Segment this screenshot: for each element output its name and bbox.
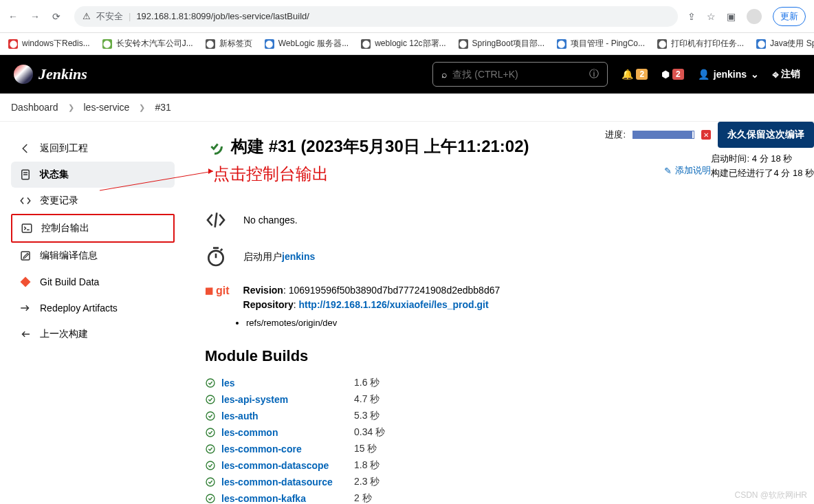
bookmark-label: 新标签页 (219, 38, 252, 50)
main-content: 构建 #31 (2023年5月30日 上午11:21:02) 点击控制台输出 进… (186, 122, 814, 504)
module-row: les-common-datasource2.3 秒 (205, 474, 795, 490)
svg-point-16 (206, 494, 214, 503)
breadcrumb: Dashboard ❯ les-service ❯ #31 (0, 94, 814, 122)
reload-icon[interactable]: ⟳ (52, 11, 65, 22)
logout-button[interactable]: ⎆ 注销 (773, 68, 800, 80)
module-duration: 5.3 秒 (354, 410, 380, 422)
module-duration: 2.3 秒 (354, 476, 380, 488)
module-link[interactable]: les-api-system (221, 394, 349, 405)
bell-icon[interactable]: 🔔 (622, 69, 633, 80)
bookmark-label: 项目管理 - PingCo... (571, 38, 645, 50)
url-bar[interactable]: ⚠ 不安全 | 192.168.1.81:8099/job/les-servic… (74, 6, 678, 27)
doc-icon (19, 168, 32, 181)
bookmark-item[interactable]: ⬤SpringBoot项目部... (459, 38, 544, 50)
svg-marker-7 (208, 168, 213, 174)
bookmark-item[interactable]: ⬤Java使用 Springbo... (756, 38, 814, 50)
back-icon[interactable]: ← (8, 11, 21, 22)
module-link[interactable]: les-common-kafka (221, 493, 349, 504)
bookmark-label: SpringBoot项目部... (472, 38, 544, 50)
sidebar-item-label: 编辑编译信息 (40, 250, 98, 262)
shield-icon[interactable]: ⬢ (661, 69, 670, 80)
crumb-job[interactable]: les-service (84, 102, 130, 113)
module-duration: 2 秒 (354, 492, 372, 504)
no-changes-text: No changes. (243, 215, 298, 226)
update-button[interactable]: 更新 (773, 7, 806, 26)
chevron-right-icon: ❯ (139, 103, 145, 112)
svg-point-11 (206, 412, 214, 420)
crumb-dashboard[interactable]: Dashboard (11, 102, 58, 113)
sidebar-item-arrow-left[interactable]: 返回到工程 (11, 135, 175, 162)
search-input[interactable] (452, 69, 584, 80)
module-link[interactable]: les-common-core (221, 443, 349, 454)
sidebar-item-label: 返回到工程 (40, 142, 88, 155)
module-duration: 1.6 秒 (354, 377, 380, 389)
sidebar-item-arrow-left2[interactable]: 上一次构建 (11, 321, 175, 347)
cancel-build-icon[interactable]: ✕ (701, 130, 711, 140)
sidebar-item-edit[interactable]: 编辑编译信息 (11, 243, 175, 269)
success-icon (205, 476, 216, 487)
module-link[interactable]: les-common (221, 427, 349, 438)
module-link[interactable]: les-common-datasource (221, 476, 349, 487)
share-icon[interactable]: ⇪ (688, 11, 696, 22)
bookmark-label: weblogic 12c部署... (375, 38, 446, 50)
browser-chrome: ← → ⟳ ⚠ 不安全 | 192.168.1.81:8099/job/les-… (0, 0, 814, 33)
profile-icon[interactable] (747, 9, 762, 24)
running-label: 构建已经进行了4 分 18 秒 (711, 166, 814, 181)
module-duration: 15 秒 (354, 443, 377, 455)
insecure-icon: ⚠ (82, 11, 91, 21)
svg-point-9 (206, 379, 214, 387)
module-row: les-api-system4.7 秒 (205, 391, 795, 408)
edit-icon: ✎ (664, 166, 672, 176)
bookmark-item[interactable]: ⬤windows下Redis... (8, 38, 90, 50)
forward-icon[interactable]: → (30, 11, 43, 22)
git-ref: refs/remotes/origin/dev (246, 318, 795, 328)
arrow-left-icon (19, 142, 32, 155)
module-link[interactable]: les (221, 377, 349, 388)
bookmark-label: 打印机有打印任务... (671, 38, 744, 50)
module-builds-list: les1.6 秒les-api-system4.7 秒les-auth5.3 秒… (205, 375, 795, 504)
code-icon (205, 209, 227, 231)
bookmark-label: Java使用 Springbo... (770, 38, 814, 50)
svg-point-13 (206, 445, 214, 453)
git-icon (19, 276, 32, 288)
crumb-build[interactable]: #31 (155, 102, 170, 113)
started-by-user-link[interactable]: jenkins (282, 251, 315, 262)
notif-count-2: 2 (672, 69, 684, 80)
jenkins-logo[interactable]: Jenkins (14, 65, 87, 84)
panel-icon[interactable]: ▣ (727, 11, 736, 22)
search-icon: ⌕ (441, 69, 447, 80)
module-link[interactable]: les-common-datascope (221, 460, 349, 471)
bookmark-item[interactable]: ⬤项目管理 - PingCo... (557, 38, 645, 50)
progress-block: 进度: ✕ 永久保留这次编译 (605, 122, 814, 148)
success-icon (205, 427, 216, 438)
user-menu[interactable]: 👤 jenkins ⌄ (698, 69, 759, 80)
sidebar-item-terminal[interactable]: 控制台输出 (11, 214, 175, 243)
jenkins-logo-icon (14, 65, 33, 84)
bookmark-item[interactable]: ⬤WebLogic 服务器... (265, 38, 349, 50)
sidebar-item-code[interactable]: 变更记录 (11, 188, 175, 214)
add-description-link[interactable]: ✎ 添加说明 (664, 164, 711, 177)
git-icon: ◆git (205, 283, 230, 298)
chevron-right-icon: ❯ (68, 103, 74, 112)
url-text: 192.168.1.81:8099/job/les-service/lastBu… (136, 11, 309, 21)
progress-label: 进度: (605, 129, 626, 141)
sidebar-item-label: Redeploy Artifacts (40, 303, 118, 314)
search-box[interactable]: ⌕ ⓘ (432, 62, 608, 87)
module-link[interactable]: les-auth (221, 410, 349, 421)
bookmark-item[interactable]: ⬤打印机有打印任务... (657, 38, 744, 50)
success-icon (205, 394, 216, 405)
module-duration: 4.7 秒 (354, 393, 380, 406)
bookmark-item[interactable]: ⬤新标签页 (206, 38, 252, 50)
keep-build-button[interactable]: 永久保留这次编译 (718, 122, 814, 148)
module-builds-heading: Module Builds (205, 347, 795, 365)
help-icon[interactable]: ⓘ (589, 68, 599, 80)
bookmark-item[interactable]: ⬤长安铃木汽车公司J... (102, 38, 193, 50)
bookmark-item[interactable]: ⬤weblogic 12c部署... (361, 38, 446, 50)
sidebar-item-git[interactable]: Git Build Data (11, 269, 175, 295)
star-icon[interactable]: ☆ (707, 11, 716, 22)
module-duration: 1.8 秒 (354, 459, 380, 472)
repo-link[interactable]: http://192.168.1.126/xuxiaofei/les_prod.… (298, 299, 488, 310)
bookmarks-bar: ⬤windows下Redis...⬤长安铃木汽车公司J...⬤新标签页⬤WebL… (0, 33, 814, 55)
sidebar-item-redeploy[interactable]: Redeploy Artifacts (11, 295, 175, 321)
svg-point-10 (206, 395, 214, 404)
